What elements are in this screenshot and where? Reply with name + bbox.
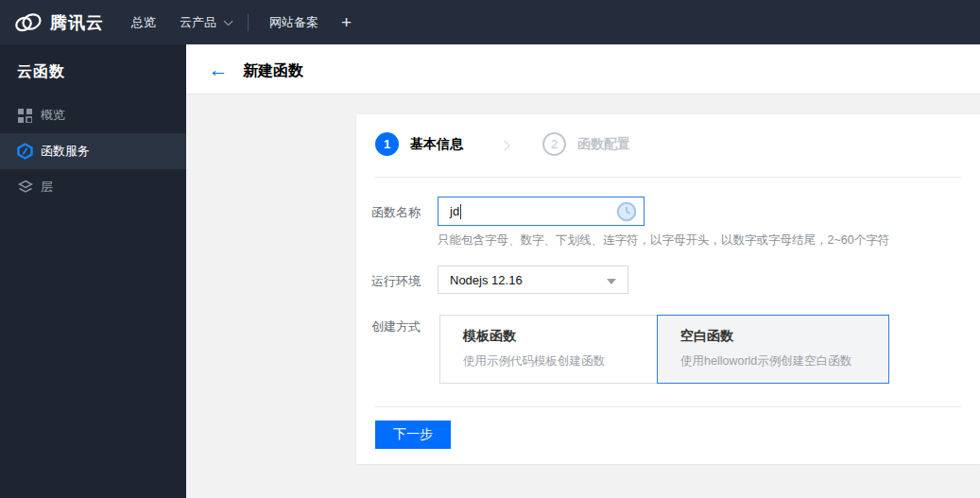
step-1-circle: 1 <box>375 132 399 156</box>
page-title: 新建函数 <box>243 61 303 81</box>
grid-icon <box>17 108 33 124</box>
chevron-down-icon <box>224 16 233 26</box>
option-template-function[interactable]: 模板函数 使用示例代码模板创建函数 <box>439 315 658 384</box>
next-step-button[interactable]: 下一步 <box>375 421 451 449</box>
sidebar-item-function-service[interactable]: 函数服务 <box>0 133 186 169</box>
nav-divider <box>248 14 249 31</box>
pending-clock-icon <box>616 201 637 225</box>
runtime-value: Nodejs 12.16 <box>450 273 523 287</box>
option-desc: 使用helloworld示例创建空白函数 <box>680 353 888 369</box>
step-2-circle: 2 <box>542 132 566 156</box>
footer-divider <box>375 406 961 407</box>
main-area: ← 新建函数 1 基本信息 2 函数配置 函数名称 jd <box>186 44 980 498</box>
step-chevron-icon <box>501 136 508 152</box>
sidebar-item-overview[interactable]: 概览 <box>0 97 186 133</box>
text-cursor <box>460 204 461 219</box>
select-caret-icon <box>607 279 616 284</box>
function-name-hint: 只能包含字母、数字、下划线、连字符，以字母开头，以数字或字母结尾，2~60个字符 <box>438 232 889 249</box>
tencent-cloud-console: 腾讯云 总览 云产品 网站备案 + 云函数 概览 <box>0 0 980 498</box>
option-desc: 使用示例代码模板创建函数 <box>463 353 657 369</box>
page-header: ← 新建函数 <box>186 44 980 94</box>
create-function-card: 1 基本信息 2 函数配置 函数名称 jd 只能包含字母、数字 <box>356 114 980 464</box>
sidebar-item-layers[interactable]: 层 <box>0 169 186 205</box>
layers-icon <box>17 180 33 196</box>
nav-icp-filing[interactable]: 网站备案 <box>269 0 318 44</box>
create-method-options: 模板函数 使用示例代码模板创建函数 空白函数 使用helloworld示例创建空… <box>439 315 889 384</box>
function-hexagon-icon <box>17 144 33 160</box>
sidebar-item-label: 概览 <box>41 107 65 124</box>
option-title: 模板函数 <box>463 328 657 345</box>
function-name-label: 函数名称 <box>371 204 434 221</box>
option-title: 空白函数 <box>680 328 888 345</box>
sidebar-title: 云函数 <box>17 62 65 82</box>
wizard-stepper: 1 基本信息 2 函数配置 <box>375 132 630 156</box>
nav-overview[interactable]: 总览 <box>131 0 156 44</box>
option-blank-function[interactable]: 空白函数 使用helloworld示例创建空白函数 <box>657 315 889 384</box>
cloud-logo-icon <box>13 11 43 33</box>
nav-cloud-products-label: 云产品 <box>180 15 216 29</box>
stepper-divider <box>375 177 961 178</box>
function-name-input[interactable]: jd <box>438 197 645 226</box>
add-tab-button[interactable]: + <box>341 0 352 44</box>
sidebar-menu: 概览 函数服务 层 <box>0 97 186 205</box>
step-2-label: 函数配置 <box>577 136 630 153</box>
sidebar-item-label: 函数服务 <box>41 143 90 160</box>
top-navbar: 腾讯云 总览 云产品 网站备案 + <box>0 0 980 44</box>
runtime-label: 运行环境 <box>371 273 434 290</box>
create-method-label: 创建方式 <box>371 318 434 335</box>
tencent-cloud-logo[interactable]: 腾讯云 <box>13 0 104 44</box>
sidebar-item-label: 层 <box>41 179 53 196</box>
brand-name: 腾讯云 <box>50 11 104 34</box>
step-1-label: 基本信息 <box>410 136 463 153</box>
back-arrow-icon[interactable]: ← <box>205 57 232 83</box>
runtime-select[interactable]: Nodejs 12.16 <box>438 266 628 294</box>
function-name-value: jd <box>450 204 459 218</box>
sidebar: 云函数 概览 <box>0 44 186 498</box>
nav-cloud-products[interactable]: 云产品 <box>180 0 230 44</box>
